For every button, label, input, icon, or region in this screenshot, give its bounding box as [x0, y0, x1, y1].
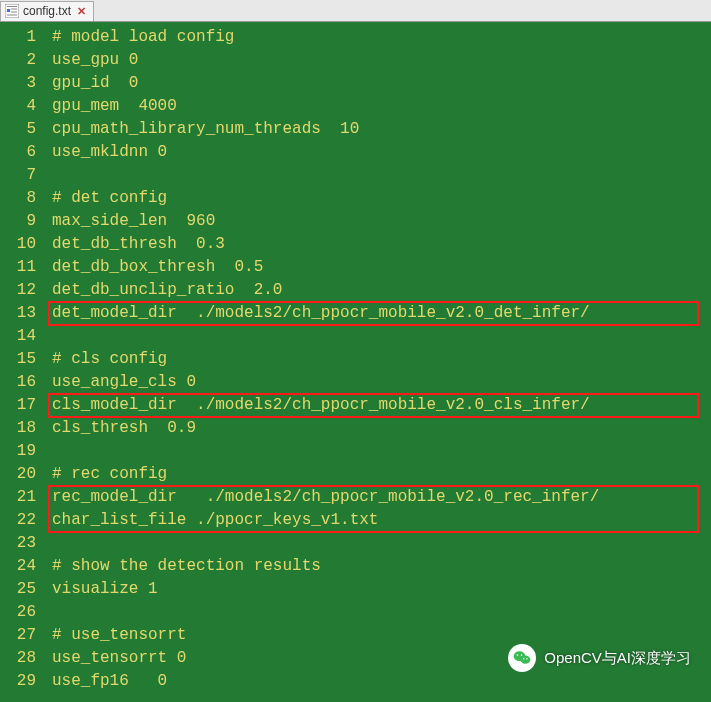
line-number: 27 — [0, 624, 48, 647]
code-line: use_angle_cls 0 — [48, 371, 711, 394]
close-icon[interactable]: ✕ — [75, 5, 87, 17]
line-number: 5 — [0, 118, 48, 141]
code-line: char_list_file ./ppocr_keys_v1.txt — [48, 509, 711, 532]
code-line: det_db_unclip_ratio 2.0 — [48, 279, 711, 302]
code-line: # model load config — [48, 26, 711, 49]
svg-point-7 — [521, 656, 531, 664]
svg-point-9 — [521, 654, 523, 656]
line-number: 25 — [0, 578, 48, 601]
line-number: 6 — [0, 141, 48, 164]
code-line: use_gpu 0 — [48, 49, 711, 72]
line-number: 20 — [0, 463, 48, 486]
line-number: 15 — [0, 348, 48, 371]
svg-point-11 — [527, 658, 529, 660]
line-number: 3 — [0, 72, 48, 95]
code-line: # cls config — [48, 348, 711, 371]
code-line — [48, 601, 711, 624]
line-number: 19 — [0, 440, 48, 463]
code-line: # det config — [48, 187, 711, 210]
file-tab[interactable]: config.txt ✕ — [0, 1, 94, 21]
svg-point-8 — [517, 654, 519, 656]
tab-bar: config.txt ✕ — [0, 0, 711, 22]
line-number: 11 — [0, 256, 48, 279]
code-line: gpu_mem 4000 — [48, 95, 711, 118]
line-number: 22 — [0, 509, 48, 532]
code-line: cls_thresh 0.9 — [48, 417, 711, 440]
code-area[interactable]: OpenCV与AI深度学习 # model load configuse_gpu… — [48, 22, 711, 702]
svg-rect-1 — [7, 9, 10, 12]
code-line: # show the detection results — [48, 555, 711, 578]
code-line: gpu_id 0 — [48, 72, 711, 95]
line-number: 16 — [0, 371, 48, 394]
line-number: 1 — [0, 26, 48, 49]
code-line: cpu_math_library_num_threads 10 — [48, 118, 711, 141]
editor: 1234567891011121314151617181920212223242… — [0, 22, 711, 702]
code-line: use_fp16 0 — [48, 670, 711, 693]
code-line: visualize 1 — [48, 578, 711, 601]
code-line — [48, 532, 711, 555]
line-number: 28 — [0, 647, 48, 670]
watermark-text: OpenCV与AI深度学习 — [544, 649, 691, 668]
code-line — [48, 440, 711, 463]
line-number-gutter: 1234567891011121314151617181920212223242… — [0, 22, 48, 702]
line-number: 23 — [0, 532, 48, 555]
code-line — [48, 325, 711, 348]
line-number: 10 — [0, 233, 48, 256]
line-number: 2 — [0, 49, 48, 72]
line-number: 12 — [0, 279, 48, 302]
code-line — [48, 164, 711, 187]
code-line: det_model_dir ./models2/ch_ppocr_mobile_… — [48, 302, 711, 325]
code-line: det_db_box_thresh 0.5 — [48, 256, 711, 279]
line-number: 7 — [0, 164, 48, 187]
code-line: max_side_len 960 — [48, 210, 711, 233]
tab-title: config.txt — [23, 4, 71, 18]
svg-point-10 — [523, 658, 525, 660]
code-line: # rec config — [48, 463, 711, 486]
line-number: 13 — [0, 302, 48, 325]
code-line: cls_model_dir ./models2/ch_ppocr_mobile_… — [48, 394, 711, 417]
file-icon — [5, 4, 19, 18]
line-number: 4 — [0, 95, 48, 118]
line-number: 21 — [0, 486, 48, 509]
line-number: 26 — [0, 601, 48, 624]
line-number: 24 — [0, 555, 48, 578]
code-line: det_db_thresh 0.3 — [48, 233, 711, 256]
line-number: 8 — [0, 187, 48, 210]
watermark: OpenCV与AI深度学习 — [508, 644, 691, 672]
line-number: 17 — [0, 394, 48, 417]
line-number: 9 — [0, 210, 48, 233]
line-number: 18 — [0, 417, 48, 440]
line-number: 14 — [0, 325, 48, 348]
code-line: use_mkldnn 0 — [48, 141, 711, 164]
line-number: 29 — [0, 670, 48, 693]
code-line: rec_model_dir ./models2/ch_ppocr_mobile_… — [48, 486, 711, 509]
wechat-icon — [508, 644, 536, 672]
